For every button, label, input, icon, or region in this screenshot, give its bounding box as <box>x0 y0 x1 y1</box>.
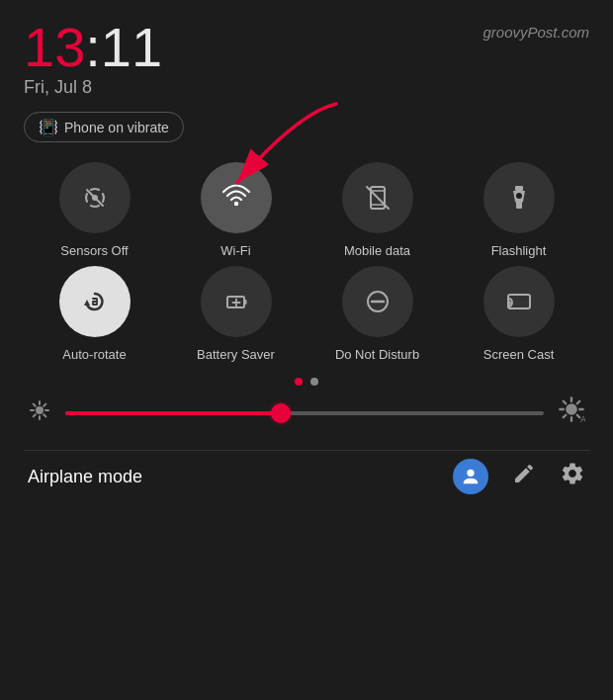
brightness-thumb[interactable] <box>271 403 291 423</box>
edit-icon[interactable] <box>512 462 536 491</box>
svg-rect-6 <box>515 186 523 191</box>
do-not-disturb-label: Do Not Disturb <box>335 347 419 362</box>
svg-point-8 <box>516 193 522 199</box>
pagination-dots <box>24 378 589 386</box>
svg-line-35 <box>564 415 567 418</box>
svg-line-24 <box>44 414 45 416</box>
svg-point-37 <box>467 470 474 477</box>
brand-logo: groovyPost.com <box>482 24 589 41</box>
brightness-low-icon <box>28 398 51 428</box>
svg-rect-7 <box>516 202 522 209</box>
svg-line-25 <box>44 403 45 405</box>
wifi-label: Wi-Fi <box>220 243 250 258</box>
auto-rotate-label: Auto-rotate <box>62 347 126 362</box>
date-display: Fri, Jul 8 <box>24 77 162 98</box>
mobile-data-circle <box>342 162 413 233</box>
tiles-row-1: Sensors Off Wi-Fi <box>24 162 589 258</box>
wifi-icon <box>220 182 252 214</box>
svg-point-18 <box>36 406 44 414</box>
brightness-row: A <box>24 395 589 430</box>
sensors-off-label: Sensors Off <box>60 243 128 258</box>
bottom-bar: Airplane mode <box>24 450 589 494</box>
brightness-high-icon: A <box>558 395 585 430</box>
svg-line-33 <box>577 415 580 418</box>
svg-line-32 <box>564 401 567 404</box>
mobile-data-label: Mobile data <box>344 243 410 258</box>
vibrate-icon: 📳 <box>39 118 58 136</box>
svg-line-26 <box>34 414 36 416</box>
do-not-disturb-icon <box>362 286 394 317</box>
time-minutes: :11 <box>85 16 162 78</box>
svg-text:A: A <box>580 415 585 423</box>
svg-rect-11 <box>244 300 247 305</box>
tile-battery-saver[interactable]: Battery Saver <box>177 266 296 362</box>
screen-cast-icon <box>503 286 535 317</box>
tile-sensors-off[interactable]: Sensors Off <box>36 162 154 258</box>
sensors-off-circle <box>59 162 131 233</box>
mobile-data-icon <box>362 182 394 214</box>
time-block: 13:11 Fri, Jul 8 <box>24 20 162 98</box>
tile-screen-cast[interactable]: Screen Cast <box>460 266 578 362</box>
screen-cast-label: Screen Cast <box>483 347 555 362</box>
battery-saver-circle <box>201 266 272 337</box>
tile-mobile-data[interactable]: Mobile data <box>318 162 437 258</box>
svg-line-34 <box>577 401 580 404</box>
brightness-fill <box>65 411 281 415</box>
svg-point-17 <box>507 305 510 307</box>
clock-display: 13:11 <box>24 20 162 75</box>
dot-1 <box>295 378 303 386</box>
time-hours: 13 <box>24 16 85 78</box>
svg-point-1 <box>233 202 237 206</box>
svg-marker-9 <box>84 300 90 306</box>
quick-settings-panel: 13:11 Fri, Jul 8 groovyPost.com 📳 Phone … <box>0 0 613 700</box>
auto-rotate-icon <box>79 286 111 317</box>
bottom-icons <box>453 459 585 494</box>
tile-wifi[interactable]: Wi-Fi <box>177 162 296 258</box>
tile-flashlight[interactable]: Flashlight <box>460 162 578 258</box>
auto-rotate-circle <box>59 266 131 337</box>
brightness-slider[interactable] <box>65 411 544 415</box>
svg-point-0 <box>92 195 98 201</box>
airplane-mode-label: Airplane mode <box>28 467 142 487</box>
vibrate-label: Phone on vibrate <box>64 120 169 135</box>
wifi-circle <box>201 162 272 233</box>
header: 13:11 Fri, Jul 8 groovyPost.com <box>24 20 589 98</box>
sensors-off-icon <box>79 182 111 214</box>
flashlight-icon <box>503 182 535 214</box>
tile-do-not-disturb[interactable]: Do Not Disturb <box>318 266 437 362</box>
flashlight-circle <box>483 162 555 233</box>
svg-point-27 <box>566 403 577 415</box>
flashlight-label: Flashlight <box>491 243 547 258</box>
battery-saver-icon <box>220 286 252 317</box>
tile-auto-rotate[interactable]: Auto-rotate <box>36 266 154 362</box>
battery-saver-label: Battery Saver <box>197 347 275 362</box>
account-icon[interactable] <box>453 459 488 494</box>
svg-line-23 <box>34 403 36 405</box>
tiles-row-2: Auto-rotate Battery Saver Do Not Dis <box>24 266 589 362</box>
settings-icon[interactable] <box>560 461 585 492</box>
screen-cast-circle <box>483 266 555 337</box>
dot-2 <box>310 378 318 386</box>
do-not-disturb-circle <box>342 266 413 337</box>
vibrate-badge[interactable]: 📳 Phone on vibrate <box>24 112 184 142</box>
